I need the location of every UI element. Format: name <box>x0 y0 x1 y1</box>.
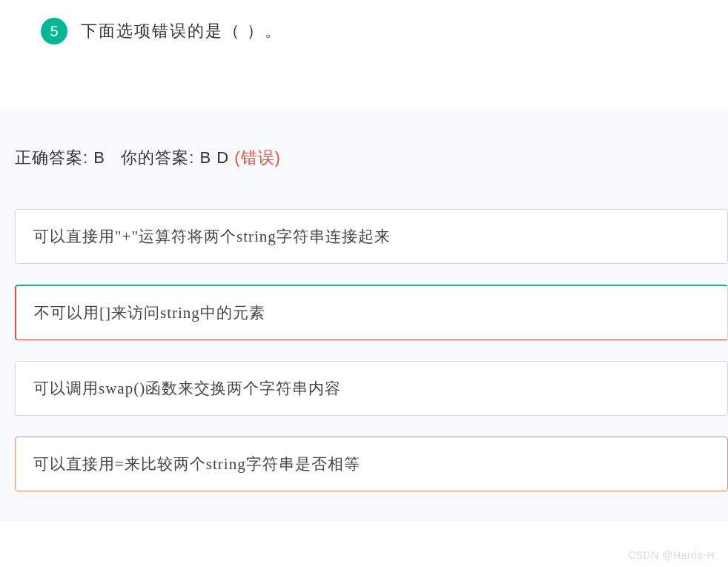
option-a[interactable]: 可以直接用"+"运算符将两个string字符串连接起来 <box>15 209 728 264</box>
your-answer-label: 你的答案: <box>121 148 199 167</box>
correct-answer-value: B <box>93 148 105 167</box>
your-answer-value: B D <box>200 148 235 167</box>
options-list: 可以直接用"+"运算符将两个string字符串连接起来 不可以用[]来访问str… <box>15 209 728 491</box>
option-b[interactable]: 不可以用[]来访问string中的元素 <box>15 285 728 340</box>
correct-answer-label: 正确答案: <box>15 148 93 167</box>
option-c[interactable]: 可以调用swap()函数来交换两个字符串内容 <box>15 361 728 416</box>
answer-line: 正确答案: B 你的答案: B D (错误) <box>15 147 728 169</box>
watermark: CSDN @Harris-H <box>628 549 715 561</box>
option-d[interactable]: 可以直接用=来比较两个string字符串是否相等 <box>15 437 728 491</box>
answer-section: 正确答案: B 你的答案: B D (错误) 可以直接用"+"运算符将两个str… <box>0 111 728 521</box>
question-number-badge: 5 <box>41 18 67 44</box>
question-header: 5 下面选项错误的是（ ）。 <box>0 0 728 44</box>
answer-status: (错误) <box>234 148 281 167</box>
question-text: 下面选项错误的是（ ）。 <box>81 18 282 44</box>
